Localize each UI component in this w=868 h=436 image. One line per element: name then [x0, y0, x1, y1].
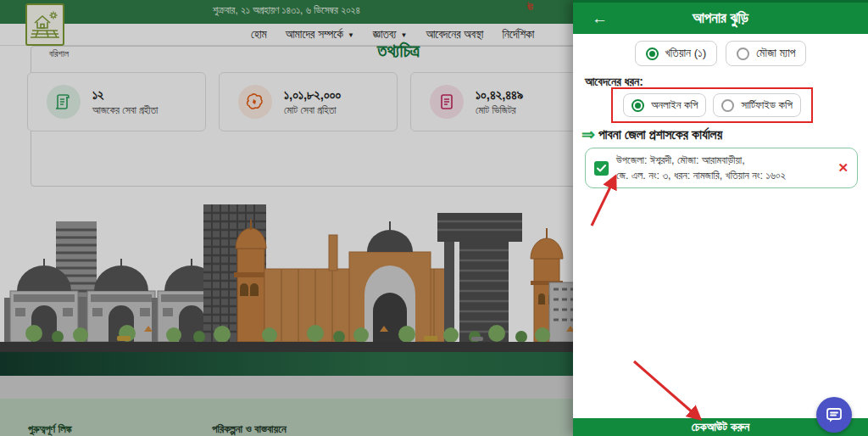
remove-item-icon[interactable]: ✕ — [836, 160, 850, 176]
tab-label: মৌজা ম্যাপ — [756, 47, 795, 60]
chat-bubble-icon — [825, 405, 843, 424]
cart-panel-header: ← আপনার ঝুড়ি — [573, 0, 868, 34]
back-arrow-icon[interactable]: ← — [592, 9, 608, 28]
cart-type-tabs: খতিয়ান (১) মৌজা ম্যাপ — [573, 41, 868, 66]
office-heading: ⇒ পাবনা জেলা প্রশাসকের কার্যালয় — [581, 125, 722, 144]
double-arrow-icon: ⇒ — [581, 125, 595, 144]
radio-unselected-icon — [721, 99, 734, 112]
tab-mouza-map[interactable]: মৌজা ম্যাপ — [726, 41, 806, 66]
tab-label: খতিয়ান (১) — [665, 47, 707, 60]
chat-widget-button[interactable] — [816, 397, 852, 433]
office-name: পাবনা জেলা প্রশাসকের কার্যালয় — [598, 127, 722, 143]
radio-selected-icon — [632, 99, 644, 112]
radio-selected-icon — [646, 48, 659, 60]
cart-item-description: উপজেলা: ঈশ্বরদী, মৌজা: আরামবাড়ীয়া, জে.… — [616, 153, 828, 183]
option-label: সার্টিফাইড কপি — [741, 98, 793, 112]
modal-dim-overlay[interactable] — [0, 0, 574, 436]
option-label: অনলাইন কপি — [651, 98, 698, 112]
cart-item-line2: জে. এল. নং: ৩, ধরন: নামজারি, খতিয়ান নং:… — [616, 170, 786, 182]
cart-item-checkbox[interactable] — [594, 161, 609, 176]
screen: শুক্রবার, ২১ অগ্রহায়ণ ১৪৩১, ৬ ডিসেম্বর … — [0, 0, 868, 436]
option-online-copy[interactable]: অনলাইন কপি — [623, 93, 706, 117]
checkbox-check-icon — [597, 165, 606, 172]
tab-khatian[interactable]: খতিয়ান (১) — [635, 41, 718, 66]
annotation-highlight-box: অনলাইন কপি সার্টিফাইড কপি — [611, 87, 813, 123]
cart-panel-title: আপনার ঝুড়ি — [573, 10, 868, 27]
cart-item: উপজেলা: ঈশ্বরদী, মৌজা: আরামবাড়ীয়া, জে.… — [585, 148, 858, 188]
cart-item-line1: উপজেলা: ঈশ্বরদী, মৌজা: আরামবাড়ীয়া, — [616, 154, 745, 166]
cart-panel: ← আপনার ঝুড়ি খতিয়ান (১) মৌজা ম্যাপ আবে… — [573, 0, 868, 436]
radio-unselected-icon — [737, 48, 749, 60]
option-certified-copy[interactable]: সার্টিফাইড কপি — [713, 93, 801, 117]
